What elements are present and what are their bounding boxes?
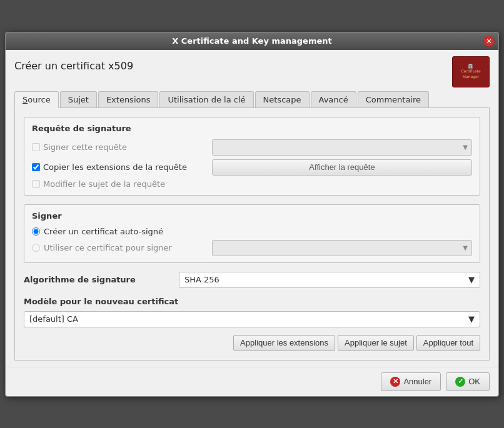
window-body: Créer un certificat x509 🏛️CertificateMa… (6, 50, 498, 367)
tab-utilisation[interactable]: Utilisation de la clé (159, 91, 253, 107)
sign-request-row: Signer cette requête ▼ (32, 139, 472, 156)
apply-all-button[interactable]: Appliquer tout (416, 335, 480, 351)
dropdown-arrow-icon: ▼ (463, 144, 468, 151)
sig-algo-dropdown[interactable]: SHA 256 ▼ (179, 272, 480, 288)
copy-extensions-checkbox[interactable] (32, 163, 40, 171)
use-cert-radio[interactable] (32, 244, 40, 252)
tab-extensions[interactable]: Extensions (98, 91, 159, 107)
page-title: Créer un certificat x509 (14, 56, 133, 76)
tab-avance[interactable]: Avancé (311, 91, 356, 107)
tab-netscape[interactable]: Netscape (255, 91, 310, 107)
modify-subject-checkbox-label[interactable]: Modifier le sujet de la requête (32, 179, 207, 189)
sign-section-label: Signer (32, 211, 472, 221)
close-button[interactable]: × (483, 36, 495, 47)
sign-section: Signer Créer un certificat auto-signé Ut… (24, 204, 480, 263)
sign-request-checkbox[interactable] (32, 143, 40, 151)
create-self-signed-radio[interactable] (32, 227, 40, 236)
signature-request-label: Requête de signature (32, 124, 472, 133)
tab-bar: Source Sujet Extensions Utilisation de l… (14, 91, 490, 108)
ok-icon: ✓ (455, 377, 465, 387)
footer: ✕ Annuler ✓ OK (6, 367, 498, 396)
cancel-icon: ✕ (390, 377, 400, 387)
window-header: Créer un certificat x509 🏛️CertificateMa… (14, 56, 490, 87)
action-buttons: Appliquer les extensions Appliquer le su… (24, 335, 480, 351)
use-cert-row: Utiliser ce certificat pour signer ▼ (32, 240, 472, 256)
tab-commentaire[interactable]: Commentaire (358, 91, 429, 107)
apply-extensions-button[interactable]: Appliquer les extensions (233, 335, 335, 351)
use-cert-radio-label[interactable]: Utiliser ce certificat pour signer (32, 243, 207, 252)
titlebar: X Certificate and Key management × (6, 32, 498, 50)
tab-content-source: Requête de signature Signer cette requêt… (14, 108, 490, 361)
show-request-button[interactable]: Afficher la requête (212, 159, 472, 176)
use-cert-dropdown-arrow-icon: ▼ (463, 244, 468, 251)
sign-request-dropdown[interactable]: ▼ (212, 139, 472, 156)
cancel-button[interactable]: ✕ Annuler (381, 372, 441, 391)
model-section-label: Modèle pour le nouveau certificat (24, 297, 480, 306)
modify-subject-row: Modifier le sujet de la requête (32, 179, 472, 189)
modify-subject-checkbox[interactable] (32, 180, 40, 188)
copy-extensions-checkbox-label[interactable]: Copier les extensions de la requête (32, 162, 207, 172)
sig-algo-label: Algorithme de signature (24, 275, 174, 284)
model-section: Modèle pour le nouveau certificat [defau… (24, 297, 480, 351)
copy-extensions-row: Copier les extensions de la requête Affi… (32, 159, 472, 176)
model-dropdown-arrow-icon: ▼ (468, 314, 475, 324)
ok-button[interactable]: ✓ OK (446, 372, 490, 391)
tab-sujet[interactable]: Sujet (60, 91, 97, 107)
create-self-signed-row: Créer un certificat auto-signé (32, 227, 472, 236)
window-title: X Certificate and Key management (172, 36, 331, 46)
main-window: X Certificate and Key management × Créer… (5, 32, 499, 397)
sig-algo-row: Algorithme de signature SHA 256 ▼ (24, 272, 480, 288)
create-self-signed-radio-label[interactable]: Créer un certificat auto-signé (32, 227, 207, 236)
signature-request-section: Requête de signature Signer cette requêt… (24, 117, 480, 196)
sig-algo-dropdown-arrow-icon: ▼ (468, 275, 475, 284)
model-dropdown[interactable]: [default] CA ▼ (24, 311, 480, 327)
tab-source[interactable]: Source (14, 91, 59, 108)
use-cert-dropdown[interactable]: ▼ (212, 240, 472, 256)
apply-subject-button[interactable]: Appliquer le sujet (338, 335, 414, 351)
app-logo: 🏛️CertificateManager (452, 56, 490, 87)
sign-request-checkbox-label[interactable]: Signer cette requête (32, 142, 207, 152)
